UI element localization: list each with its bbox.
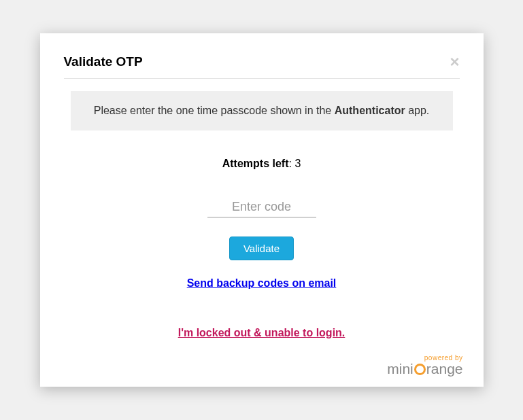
otp-modal: Validate OTP × Please enter the one time…	[40, 33, 484, 387]
instruction-prefix: Please enter the one time passcode shown…	[94, 105, 335, 116]
attempts-label: Attempts left	[222, 158, 289, 169]
instruction-banner: Please enter the one time passcode shown…	[71, 91, 453, 130]
otp-code-input[interactable]	[207, 197, 316, 217]
powered-by-footer: powered by minirange	[387, 355, 462, 376]
code-input-wrap	[64, 197, 460, 217]
modal-title: Validate OTP	[64, 54, 143, 69]
instruction-bold: Authenticator	[335, 105, 405, 116]
modal-header: Validate OTP ×	[64, 54, 460, 79]
instruction-suffix: app.	[405, 105, 430, 116]
send-backup-codes-link[interactable]: Send backup codes on email	[64, 277, 460, 290]
brand-logo: minirange	[387, 362, 462, 376]
attempts-value: 3	[294, 158, 301, 169]
locked-out-link[interactable]: I'm locked out & unable to login.	[64, 327, 460, 339]
attempts-text: Attempts left: 3	[64, 158, 460, 170]
brand-part2: range	[426, 361, 463, 377]
orange-circle-icon	[414, 364, 426, 375]
brand-part1: mini	[387, 361, 414, 377]
close-icon[interactable]: ×	[450, 54, 459, 70]
validate-button[interactable]: Validate	[229, 237, 294, 260]
